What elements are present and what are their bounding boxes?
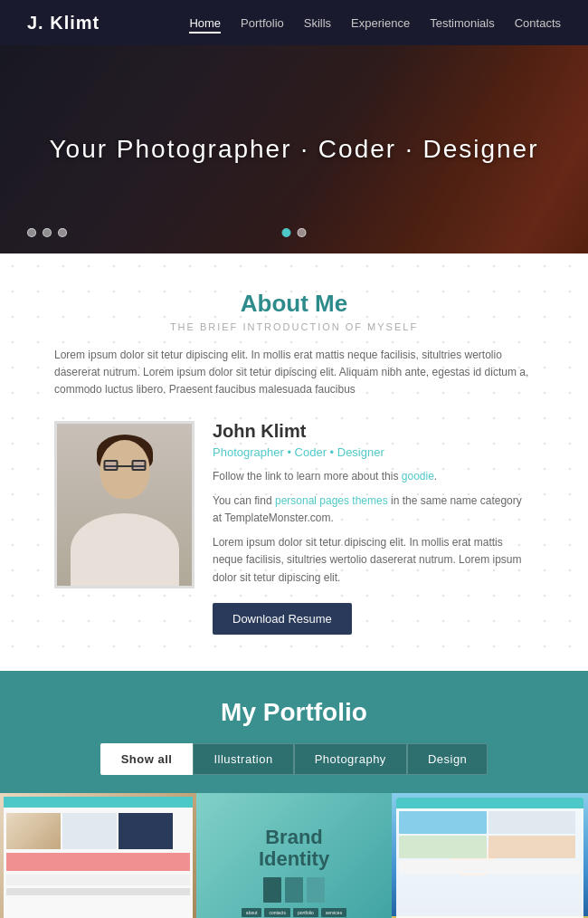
travel-grid-5 — [399, 860, 581, 874]
travel-grid-2 — [488, 811, 575, 834]
brand-tag-contacts: contacts — [264, 908, 290, 917]
site-logo[interactable]: J. Klimt — [27, 13, 100, 33]
brand-tags: about contacts portfolio services — [242, 908, 346, 917]
profile-info: John Klimt Photographer • Coder • Design… — [213, 421, 534, 635]
portfolio-filters: Show all Illustration Photography Design — [0, 743, 588, 775]
hero-title: Your Photographer · Coder · Designer — [49, 135, 538, 164]
portfolio-item-1[interactable] — [0, 793, 196, 918]
main-nav: J. Klimt Home Portfolio Skills Experienc… — [0, 0, 588, 45]
nav-item-testimonials[interactable]: Testimonials — [430, 14, 495, 31]
nav-item-skills[interactable]: Skills — [304, 14, 331, 31]
mock-website-1 — [4, 797, 193, 918]
travel-grid-1 — [399, 811, 486, 834]
brand-tag-services: services — [321, 908, 346, 917]
mock-img-1b — [62, 813, 117, 849]
filter-design[interactable]: Design — [407, 743, 488, 775]
nav-item-experience[interactable]: Experience — [351, 14, 410, 31]
about-profile: John Klimt Photographer • Coder • Design… — [54, 421, 534, 635]
person-head — [100, 440, 149, 499]
mock-img-1a — [6, 813, 61, 849]
hero-section: Your Photographer · Coder · Designer — [0, 45, 588, 253]
profile-photo — [54, 421, 194, 588]
portfolio-grid: BrandIdentity about contacts portfolio s… — [0, 793, 588, 918]
glasses-left — [103, 460, 118, 471]
hero-dots-left — [27, 228, 67, 237]
nav-item-home[interactable]: Home — [189, 14, 221, 31]
nav-link-skills[interactable]: Skills — [304, 16, 331, 30]
about-section: About Me THE BRIEF INTRODUCTION OF MYSEL… — [0, 253, 588, 671]
mock-img-1c — [119, 813, 173, 849]
travel-photo-content — [392, 793, 588, 918]
brand-card-3 — [307, 877, 325, 903]
travel-grid-3 — [399, 836, 486, 858]
filter-photography[interactable]: Photography — [294, 743, 407, 775]
profile-role: Photographer • Coder • Designer — [213, 445, 534, 459]
brand-card-2 — [285, 877, 303, 903]
portfolio-item-2[interactable]: BrandIdentity about contacts portfolio s… — [196, 793, 393, 918]
nav-link-experience[interactable]: Experience — [351, 16, 410, 30]
nav-link-testimonials[interactable]: Testimonials — [430, 16, 495, 30]
profile-name: John Klimt — [213, 421, 534, 442]
travel-mock-header — [396, 798, 583, 808]
profile-text-1: Follow the link to learn more about this… — [213, 468, 534, 485]
hero-dots-active — [282, 228, 307, 237]
nav-link-contacts[interactable]: Contacts — [515, 16, 561, 30]
portfolio-section: My Portfolio Show all Illustration Photo… — [0, 671, 588, 918]
hero-dot-active-1[interactable] — [282, 228, 291, 237]
hero-dot-inactive-1[interactable] — [27, 228, 36, 237]
travel-mockup — [396, 798, 583, 918]
hero-dot-inactive-2[interactable] — [43, 228, 52, 237]
brand-tag-about: about — [242, 908, 262, 917]
about-intro-text: Lorem ipsum dolor sit tetur dipiscing el… — [54, 347, 534, 399]
filter-illustration[interactable]: Illustration — [193, 743, 293, 775]
mock-bar-1 — [6, 853, 190, 871]
nav-link-home[interactable]: Home — [189, 16, 221, 33]
profile-text-2: You can find personal pages themes in th… — [213, 492, 534, 527]
themes-link[interactable]: personal pages themes — [275, 494, 388, 507]
brand-tag-portfolio: portfolio — [293, 908, 318, 917]
brand-cards — [263, 877, 325, 903]
portfolio-item-3[interactable] — [392, 793, 588, 918]
hero-dot-active-2[interactable] — [298, 228, 307, 237]
nav-item-contacts[interactable]: Contacts — [515, 14, 561, 31]
brand-identity-content: BrandIdentity about contacts portfolio s… — [196, 793, 393, 918]
travel-mock-grid — [396, 808, 583, 876]
hero-content: Your Photographer · Coder · Designer — [49, 135, 538, 164]
mock-header-1 — [4, 797, 193, 808]
mock-row-2 — [6, 888, 190, 895]
nav-link-portfolio[interactable]: Portfolio — [241, 16, 284, 30]
filter-show-all[interactable]: Show all — [100, 743, 194, 775]
glasses-right — [131, 460, 146, 471]
brand-identity-text: BrandIdentity — [259, 827, 329, 870]
nav-item-portfolio[interactable]: Portfolio — [241, 14, 284, 31]
mock-content-1 — [4, 810, 193, 898]
mock-row-1 — [6, 875, 190, 885]
person-body — [71, 513, 179, 586]
profile-text-3: Lorem ipsum dolor sit tetur dipiscing el… — [213, 534, 534, 587]
portfolio-title: My Portfolio — [0, 698, 588, 727]
portfolio-row-1: BrandIdentity about contacts portfolio s… — [0, 793, 588, 918]
about-subtitle: THE BRIEF INTRODUCTION OF MYSELF — [54, 321, 534, 332]
brand-card-1 — [263, 877, 281, 903]
hero-dot-inactive-3[interactable] — [58, 228, 67, 237]
about-title: About Me — [54, 290, 534, 318]
nav-links: Home Portfolio Skills Experience Testimo… — [189, 14, 561, 31]
travel-grid-4 — [488, 836, 575, 858]
download-resume-button[interactable]: Download Resume — [213, 603, 352, 635]
goodie-link[interactable]: goodie — [402, 470, 434, 483]
